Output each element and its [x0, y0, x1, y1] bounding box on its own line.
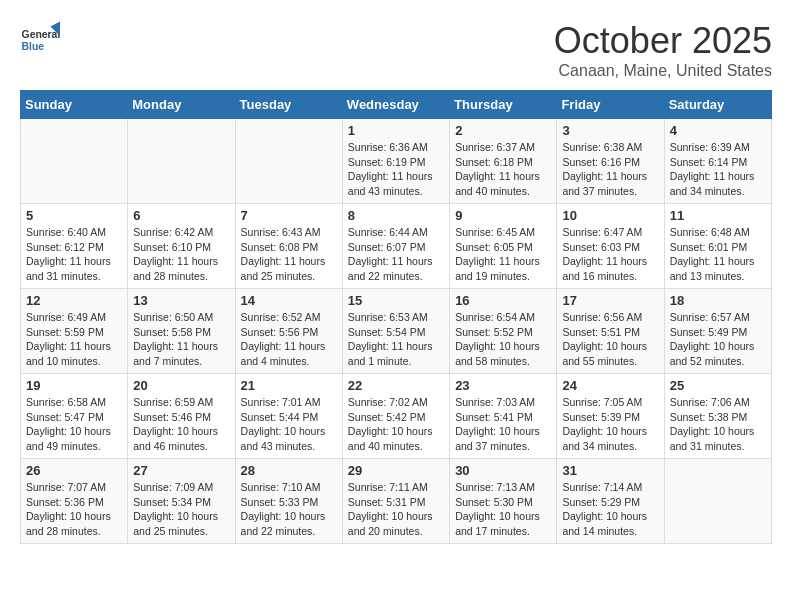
day-number: 24	[562, 378, 658, 393]
daylight-text: Daylight: 10 hours and 58 minutes.	[455, 340, 540, 367]
day-number: 31	[562, 463, 658, 478]
calendar-day-cell: 18Sunrise: 6:57 AMSunset: 5:49 PMDayligh…	[664, 289, 771, 374]
daylight-text: Daylight: 10 hours and 37 minutes.	[455, 425, 540, 452]
weekday-header: Saturday	[664, 91, 771, 119]
weekday-header-row: SundayMondayTuesdayWednesdayThursdayFrid…	[21, 91, 772, 119]
sunset-text: Sunset: 5:29 PM	[562, 496, 640, 508]
calendar-day-cell: 31Sunrise: 7:14 AMSunset: 5:29 PMDayligh…	[557, 459, 664, 544]
day-info: Sunrise: 6:45 AMSunset: 6:05 PMDaylight:…	[455, 225, 551, 284]
sunrise-text: Sunrise: 6:58 AM	[26, 396, 106, 408]
day-number: 4	[670, 123, 766, 138]
day-info: Sunrise: 6:44 AMSunset: 6:07 PMDaylight:…	[348, 225, 444, 284]
sunset-text: Sunset: 5:42 PM	[348, 411, 426, 423]
daylight-text: Daylight: 10 hours and 31 minutes.	[670, 425, 755, 452]
title-block: October 2025 Canaan, Maine, United State…	[554, 20, 772, 80]
daylight-text: Daylight: 11 hours and 7 minutes.	[133, 340, 218, 367]
day-number: 9	[455, 208, 551, 223]
calendar-day-cell: 2Sunrise: 6:37 AMSunset: 6:18 PMDaylight…	[450, 119, 557, 204]
daylight-text: Daylight: 10 hours and 40 minutes.	[348, 425, 433, 452]
sunset-text: Sunset: 5:44 PM	[241, 411, 319, 423]
calendar-table: SundayMondayTuesdayWednesdayThursdayFrid…	[20, 90, 772, 544]
calendar-day-cell: 26Sunrise: 7:07 AMSunset: 5:36 PMDayligh…	[21, 459, 128, 544]
day-info: Sunrise: 7:03 AMSunset: 5:41 PMDaylight:…	[455, 395, 551, 454]
day-info: Sunrise: 6:52 AMSunset: 5:56 PMDaylight:…	[241, 310, 337, 369]
calendar-day-cell: 28Sunrise: 7:10 AMSunset: 5:33 PMDayligh…	[235, 459, 342, 544]
day-number: 5	[26, 208, 122, 223]
day-number: 6	[133, 208, 229, 223]
sunrise-text: Sunrise: 6:40 AM	[26, 226, 106, 238]
page-header: General Blue October 2025 Canaan, Maine,…	[20, 20, 772, 80]
daylight-text: Daylight: 11 hours and 1 minute.	[348, 340, 433, 367]
sunset-text: Sunset: 6:01 PM	[670, 241, 748, 253]
sunrise-text: Sunrise: 7:02 AM	[348, 396, 428, 408]
daylight-text: Daylight: 11 hours and 4 minutes.	[241, 340, 326, 367]
sunrise-text: Sunrise: 7:09 AM	[133, 481, 213, 493]
sunrise-text: Sunrise: 7:13 AM	[455, 481, 535, 493]
day-number: 28	[241, 463, 337, 478]
logo: General Blue	[20, 20, 64, 60]
day-info: Sunrise: 6:42 AMSunset: 6:10 PMDaylight:…	[133, 225, 229, 284]
sunset-text: Sunset: 5:52 PM	[455, 326, 533, 338]
calendar-day-cell: 25Sunrise: 7:06 AMSunset: 5:38 PMDayligh…	[664, 374, 771, 459]
sunrise-text: Sunrise: 7:14 AM	[562, 481, 642, 493]
sunset-text: Sunset: 5:49 PM	[670, 326, 748, 338]
sunrise-text: Sunrise: 6:36 AM	[348, 141, 428, 153]
calendar-week-row: 19Sunrise: 6:58 AMSunset: 5:47 PMDayligh…	[21, 374, 772, 459]
day-info: Sunrise: 6:59 AMSunset: 5:46 PMDaylight:…	[133, 395, 229, 454]
day-info: Sunrise: 7:09 AMSunset: 5:34 PMDaylight:…	[133, 480, 229, 539]
sunrise-text: Sunrise: 6:48 AM	[670, 226, 750, 238]
calendar-day-cell: 14Sunrise: 6:52 AMSunset: 5:56 PMDayligh…	[235, 289, 342, 374]
sunrise-text: Sunrise: 7:06 AM	[670, 396, 750, 408]
calendar-day-cell	[21, 119, 128, 204]
sunset-text: Sunset: 5:33 PM	[241, 496, 319, 508]
daylight-text: Daylight: 11 hours and 28 minutes.	[133, 255, 218, 282]
day-info: Sunrise: 6:39 AMSunset: 6:14 PMDaylight:…	[670, 140, 766, 199]
sunset-text: Sunset: 5:41 PM	[455, 411, 533, 423]
calendar-day-cell	[664, 459, 771, 544]
day-info: Sunrise: 7:05 AMSunset: 5:39 PMDaylight:…	[562, 395, 658, 454]
sunset-text: Sunset: 5:58 PM	[133, 326, 211, 338]
daylight-text: Daylight: 11 hours and 22 minutes.	[348, 255, 433, 282]
sunset-text: Sunset: 5:51 PM	[562, 326, 640, 338]
sunrise-text: Sunrise: 6:59 AM	[133, 396, 213, 408]
calendar-day-cell: 19Sunrise: 6:58 AMSunset: 5:47 PMDayligh…	[21, 374, 128, 459]
day-number: 22	[348, 378, 444, 393]
sunset-text: Sunset: 6:12 PM	[26, 241, 104, 253]
day-info: Sunrise: 7:07 AMSunset: 5:36 PMDaylight:…	[26, 480, 122, 539]
day-info: Sunrise: 6:40 AMSunset: 6:12 PMDaylight:…	[26, 225, 122, 284]
sunset-text: Sunset: 6:05 PM	[455, 241, 533, 253]
calendar-week-row: 12Sunrise: 6:49 AMSunset: 5:59 PMDayligh…	[21, 289, 772, 374]
day-number: 1	[348, 123, 444, 138]
calendar-day-cell: 5Sunrise: 6:40 AMSunset: 6:12 PMDaylight…	[21, 204, 128, 289]
daylight-text: Daylight: 10 hours and 25 minutes.	[133, 510, 218, 537]
day-info: Sunrise: 6:48 AMSunset: 6:01 PMDaylight:…	[670, 225, 766, 284]
day-number: 15	[348, 293, 444, 308]
calendar-day-cell: 10Sunrise: 6:47 AMSunset: 6:03 PMDayligh…	[557, 204, 664, 289]
day-number: 21	[241, 378, 337, 393]
daylight-text: Daylight: 11 hours and 13 minutes.	[670, 255, 755, 282]
calendar-day-cell: 9Sunrise: 6:45 AMSunset: 6:05 PMDaylight…	[450, 204, 557, 289]
daylight-text: Daylight: 10 hours and 22 minutes.	[241, 510, 326, 537]
calendar-day-cell: 17Sunrise: 6:56 AMSunset: 5:51 PMDayligh…	[557, 289, 664, 374]
day-number: 19	[26, 378, 122, 393]
day-number: 26	[26, 463, 122, 478]
day-number: 29	[348, 463, 444, 478]
sunset-text: Sunset: 6:07 PM	[348, 241, 426, 253]
calendar-day-cell: 12Sunrise: 6:49 AMSunset: 5:59 PMDayligh…	[21, 289, 128, 374]
day-number: 27	[133, 463, 229, 478]
calendar-day-cell: 15Sunrise: 6:53 AMSunset: 5:54 PMDayligh…	[342, 289, 449, 374]
day-number: 14	[241, 293, 337, 308]
day-info: Sunrise: 7:13 AMSunset: 5:30 PMDaylight:…	[455, 480, 551, 539]
day-number: 11	[670, 208, 766, 223]
day-number: 23	[455, 378, 551, 393]
sunset-text: Sunset: 6:16 PM	[562, 156, 640, 168]
calendar-day-cell: 29Sunrise: 7:11 AMSunset: 5:31 PMDayligh…	[342, 459, 449, 544]
sunset-text: Sunset: 6:08 PM	[241, 241, 319, 253]
weekday-header: Friday	[557, 91, 664, 119]
sunset-text: Sunset: 5:38 PM	[670, 411, 748, 423]
sunset-text: Sunset: 6:14 PM	[670, 156, 748, 168]
calendar-day-cell: 7Sunrise: 6:43 AMSunset: 6:08 PMDaylight…	[235, 204, 342, 289]
weekday-header: Sunday	[21, 91, 128, 119]
calendar-day-cell: 13Sunrise: 6:50 AMSunset: 5:58 PMDayligh…	[128, 289, 235, 374]
calendar-day-cell: 4Sunrise: 6:39 AMSunset: 6:14 PMDaylight…	[664, 119, 771, 204]
